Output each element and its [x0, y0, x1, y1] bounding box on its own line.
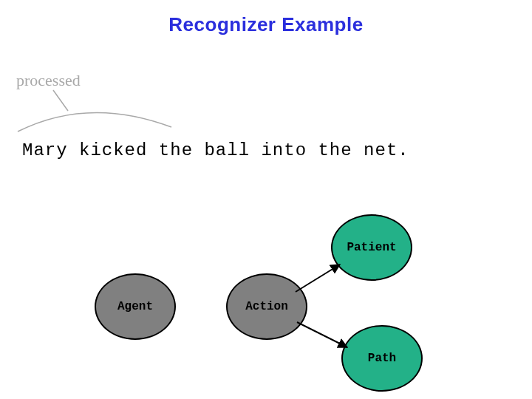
node-action-label: Action	[245, 300, 288, 313]
node-path-label: Path	[368, 352, 396, 365]
edge-action-patient	[296, 265, 340, 292]
svg-line-0	[53, 90, 68, 111]
node-patient-label: Patient	[347, 241, 396, 254]
edge-action-path	[297, 322, 347, 347]
slide-title: Recognizer Example	[0, 13, 532, 36]
node-patient: Patient	[331, 214, 412, 281]
sentence-text: Mary kicked the ball into the net.	[22, 140, 409, 160]
node-path: Path	[341, 325, 423, 392]
node-agent-label: Agent	[117, 300, 153, 313]
node-agent: Agent	[95, 273, 176, 340]
slide: Recognizer Example processed Mary kicked…	[0, 0, 532, 399]
processed-label: processed	[16, 71, 81, 90]
node-action: Action	[226, 273, 307, 340]
